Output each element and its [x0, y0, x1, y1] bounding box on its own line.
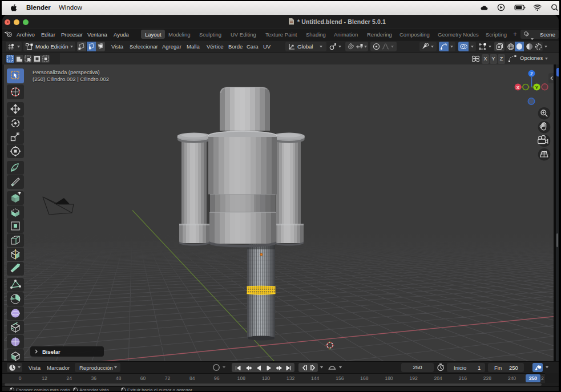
svg-text:X: X: [516, 85, 520, 90]
svg-text:Z: Z: [530, 71, 533, 76]
svg-text:Y: Y: [535, 85, 539, 90]
